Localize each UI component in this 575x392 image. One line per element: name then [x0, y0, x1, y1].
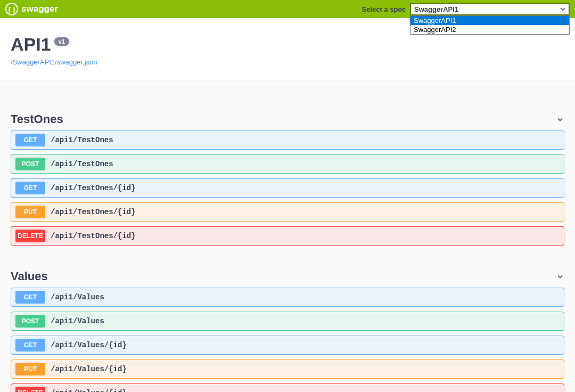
spec-option[interactable]: SwaggerAPI2 [410, 25, 569, 34]
method-badge-get: GET [15, 182, 45, 194]
operation-path: /api1/Values/{id} [51, 341, 127, 349]
method-badge-put: PUT [15, 363, 45, 375]
swagger-logo: { } swagger [5, 3, 58, 15]
operation-row[interactable]: PUT /api1/Values/{id} [11, 360, 564, 379]
operation-row[interactable]: GET /api1/TestOnes/{id} [11, 178, 564, 198]
tag-section: Values GET /api1/Values POST /api1/Value… [11, 270, 564, 392]
operation-row[interactable]: POST /api1/TestOnes [11, 154, 564, 174]
operation-row[interactable]: GET /api1/Values/{id} [11, 336, 564, 355]
version-badge: v1 [54, 37, 69, 46]
method-badge-get: GET [15, 134, 45, 146]
chevron-down-icon [556, 272, 564, 281]
operation-path: /api1/TestOnes/{id} [51, 232, 136, 240]
operation-path: /api1/TestOnes/{id} [51, 184, 136, 192]
operation-row[interactable]: GET /api1/TestOnes [11, 130, 564, 150]
api-title: API1 v1 [11, 34, 564, 55]
swagger-logo-icon: { } [5, 3, 18, 15]
operations-container: TestOnes GET /api1/TestOnes POST /api1/T… [0, 80, 575, 392]
operation-path: /api1/Values/{id} [51, 389, 127, 392]
operation-row[interactable]: DELETE /api1/TestOnes/{id} [11, 226, 564, 246]
topbar: { } swagger Select a spec SwaggerAPI1 Sw… [0, 0, 575, 18]
operation-path: /api1/Values [51, 293, 104, 301]
api-title-text: API1 [11, 34, 51, 55]
operation-row[interactable]: GET /api1/Values [11, 288, 564, 307]
method-badge-delete: DELETE [15, 387, 45, 392]
operation-path: /api1/Values [51, 317, 104, 325]
tag-name: TestOnes [11, 112, 63, 126]
method-badge-post: POST [15, 315, 45, 328]
chevron-down-icon [556, 115, 564, 124]
tag-section: TestOnes GET /api1/TestOnes POST /api1/T… [11, 112, 564, 246]
tag-name: Values [11, 270, 48, 283]
method-badge-get: GET [15, 291, 45, 304]
method-badge-delete: DELETE [15, 230, 45, 242]
operation-path: /api1/TestOnes [51, 160, 113, 168]
operation-path: /api1/TestOnes [51, 136, 113, 144]
operation-path: /api1/TestOnes/{id} [51, 208, 136, 216]
method-badge-put: PUT [15, 206, 45, 218]
spec-url-link[interactable]: /SwaggerAPI1/swagger.json [11, 58, 97, 66]
method-badge-get: GET [15, 339, 45, 352]
spec-option[interactable]: SwaggerAPI1 [410, 16, 569, 25]
operation-row[interactable]: POST /api1/Values [11, 312, 564, 331]
operation-path: /api1/Values/{id} [51, 365, 127, 373]
operation-row[interactable]: PUT /api1/TestOnes/{id} [11, 202, 564, 222]
spec-dropdown-list: SwaggerAPI1 SwaggerAPI2 [410, 15, 570, 35]
method-badge-post: POST [15, 158, 45, 170]
spec-select-label: Select a spec [362, 5, 406, 13]
tag-header[interactable]: Values [11, 270, 564, 288]
spec-select-input[interactable] [410, 3, 570, 15]
tag-header[interactable]: TestOnes [11, 112, 564, 130]
swagger-logo-text: swagger [21, 4, 58, 14]
operation-row[interactable]: DELETE /api1/Values/{id} [11, 383, 564, 392]
spec-selector: Select a spec [362, 3, 570, 15]
